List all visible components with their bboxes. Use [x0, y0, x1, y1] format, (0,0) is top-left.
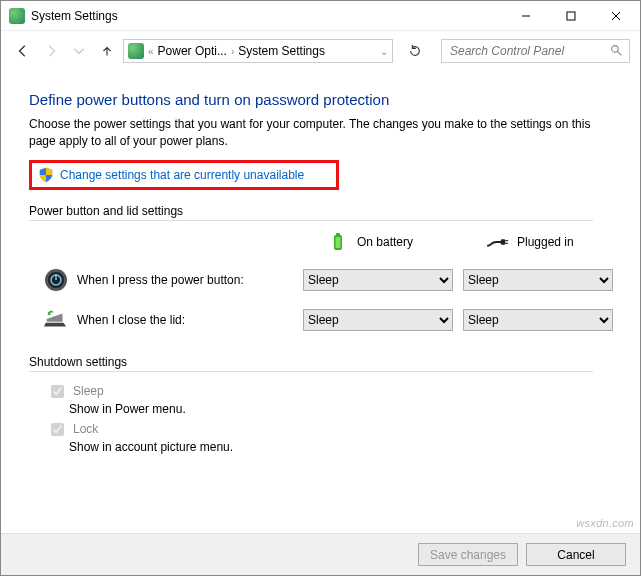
search-box[interactable] [441, 39, 630, 63]
svg-point-4 [612, 46, 619, 53]
lock-desc: Show in account picture menu. [69, 440, 593, 454]
column-plugged-in: Plugged in [463, 231, 623, 253]
watermark: wsxdn.com [576, 517, 634, 529]
change-settings-link[interactable]: Change settings that are currently unava… [60, 168, 304, 182]
svg-rect-7 [336, 233, 340, 236]
close-button[interactable] [593, 2, 638, 30]
shutdown-section-label: Shutdown settings [29, 355, 593, 372]
forward-button[interactable] [39, 39, 63, 63]
save-button: Save changes [418, 543, 518, 566]
svg-line-5 [617, 51, 621, 55]
up-button[interactable] [95, 39, 119, 63]
row-close-lid: When I close the lid: [43, 307, 303, 333]
power-button-icon [43, 267, 69, 293]
search-icon [610, 44, 623, 60]
sleep-checkbox-label: Sleep [73, 384, 104, 398]
power-section-label: Power button and lid settings [29, 204, 593, 221]
lid-plugged-select[interactable]: Sleep [463, 309, 613, 331]
search-input[interactable] [448, 43, 623, 59]
chevron-icon: « [148, 46, 154, 57]
breadcrumb-item[interactable]: System Settings [238, 44, 325, 58]
lock-checkbox [51, 423, 64, 436]
power-button-plugged-select[interactable]: Sleep [463, 269, 613, 291]
column-on-battery: On battery [303, 231, 463, 253]
row-power-button: When I press the power button: [43, 267, 303, 293]
content-area: Define power buttons and turn on passwor… [1, 71, 621, 464]
chevron-right-icon: › [231, 46, 234, 57]
sleep-checkbox [51, 385, 64, 398]
svg-rect-1 [567, 12, 575, 20]
minimize-button[interactable] [503, 2, 548, 30]
back-button[interactable] [11, 39, 35, 63]
change-settings-row: Change settings that are currently unava… [29, 160, 339, 190]
breadcrumb-item[interactable]: Power Opti... [158, 44, 227, 58]
uac-shield-icon [38, 167, 54, 183]
svg-rect-8 [336, 237, 341, 248]
breadcrumb-icon [128, 43, 144, 59]
page-title: Define power buttons and turn on passwor… [29, 91, 593, 108]
chevron-down-icon[interactable]: ⌄ [380, 46, 388, 57]
row-label: When I close the lid: [77, 313, 185, 327]
title-bar: System Settings [1, 1, 640, 31]
column-label: On battery [357, 235, 413, 249]
nav-bar: « Power Opti... › System Settings ⌄ [1, 31, 640, 71]
column-label: Plugged in [517, 235, 574, 249]
window-title: System Settings [31, 9, 118, 23]
sleep-desc: Show in Power menu. [69, 402, 593, 416]
refresh-button[interactable] [403, 39, 427, 63]
svg-rect-9 [501, 239, 506, 245]
recent-dropdown[interactable] [67, 39, 91, 63]
laptop-lid-icon [43, 307, 69, 333]
power-settings-grid: On battery Plugged in When I press the p… [43, 231, 593, 333]
battery-icon [327, 231, 349, 253]
lid-battery-select[interactable]: Sleep [303, 309, 453, 331]
cancel-button[interactable]: Cancel [526, 543, 626, 566]
app-icon [9, 8, 25, 24]
page-description: Choose the power settings that you want … [29, 116, 593, 150]
breadcrumb[interactable]: « Power Opti... › System Settings ⌄ [123, 39, 393, 63]
footer: Save changes Cancel [1, 533, 640, 575]
power-button-battery-select[interactable]: Sleep [303, 269, 453, 291]
row-label: When I press the power button: [77, 273, 244, 287]
lock-checkbox-label: Lock [73, 422, 98, 436]
maximize-button[interactable] [548, 2, 593, 30]
plug-icon [487, 231, 509, 253]
